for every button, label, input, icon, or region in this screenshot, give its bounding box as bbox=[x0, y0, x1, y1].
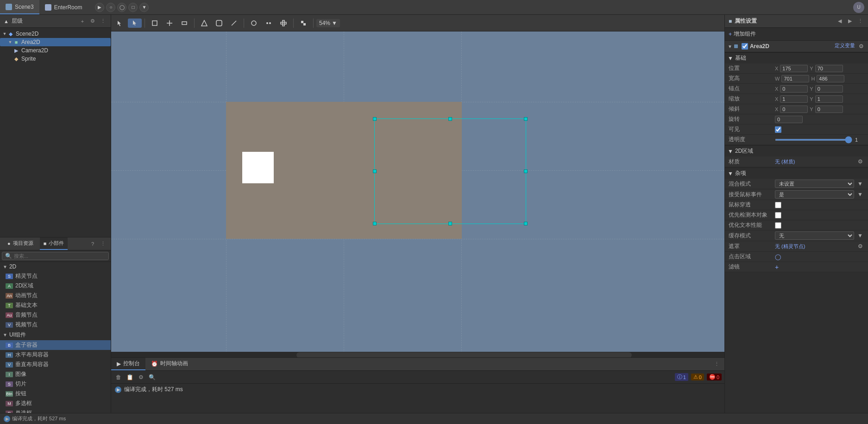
add-component-bar[interactable]: + 增加组件 bbox=[725, 28, 868, 41]
tree-item-sprite[interactable]: ◆ Sprite bbox=[0, 55, 111, 63]
skew-x-input[interactable] bbox=[780, 106, 808, 113]
more-button[interactable]: ⋮ bbox=[99, 17, 107, 25]
mouse-events-select[interactable]: 是 bbox=[775, 190, 854, 199]
toolbar-btn-2[interactable] bbox=[163, 19, 176, 28]
skew-y-input[interactable] bbox=[815, 106, 843, 113]
pos-x-input[interactable] bbox=[780, 65, 808, 72]
size-h-input[interactable] bbox=[817, 75, 844, 82]
console-clear-button[interactable]: 🗑 bbox=[114, 373, 123, 382]
select-tool-button[interactable] bbox=[113, 19, 127, 28]
tree-arrow-scene2d[interactable]: ▼ bbox=[2, 31, 7, 37]
zoom-display[interactable]: 54% ▼ bbox=[316, 19, 340, 27]
scale-y-input[interactable] bbox=[815, 95, 843, 103]
size-w-input[interactable] bbox=[781, 75, 809, 82]
define-var-button[interactable]: 定义变量 bbox=[835, 42, 855, 50]
tab-project-assets[interactable]: ● 项目资源 bbox=[4, 237, 37, 250]
toolbar-btn-4[interactable] bbox=[197, 19, 211, 28]
tab-components[interactable]: ■ 小部件 bbox=[40, 237, 68, 250]
tree-item-camera2d[interactable]: ▶ Camera2D bbox=[0, 46, 111, 55]
area2d-comp-arrow[interactable]: ▼ bbox=[728, 44, 732, 49]
item-area2d-node[interactable]: A 2D区域 bbox=[0, 281, 111, 291]
section-ui-header[interactable]: ▼ UI组件 bbox=[0, 330, 111, 340]
cursor-tool-button[interactable] bbox=[128, 19, 142, 28]
item-slice[interactable]: S 切片 bbox=[0, 379, 111, 389]
item-button[interactable]: Btn 按钮 bbox=[0, 389, 111, 399]
viewport[interactable] bbox=[111, 31, 724, 357]
toolbar-btn-9[interactable] bbox=[277, 19, 290, 28]
handle-mr[interactable] bbox=[524, 169, 528, 173]
toolbar-btn-6[interactable] bbox=[227, 19, 241, 28]
item-sprite-node[interactable]: S 精灵节点 bbox=[0, 271, 111, 281]
item-single-select[interactable]: R 单选框 bbox=[0, 408, 111, 413]
anchor-y-input[interactable] bbox=[815, 85, 843, 93]
scale-x-input[interactable] bbox=[780, 95, 808, 103]
area2d-section-header[interactable]: ▼ 2D区域 bbox=[725, 145, 868, 156]
handle-ml[interactable] bbox=[373, 169, 377, 173]
add-node-button[interactable]: + bbox=[78, 17, 87, 25]
handle-br[interactable] bbox=[524, 222, 528, 225]
toolbar-btn-3[interactable] bbox=[177, 19, 191, 28]
handle-bc[interactable] bbox=[448, 222, 452, 225]
toolbar-btn-10[interactable] bbox=[296, 19, 310, 28]
blend-mode-select[interactable]: 未设置 bbox=[775, 180, 854, 188]
toolbar-btn-5[interactable] bbox=[212, 19, 226, 28]
globe-button[interactable]: ○ bbox=[106, 3, 115, 12]
handle-bl[interactable] bbox=[373, 222, 377, 225]
handle-tl[interactable] bbox=[373, 117, 377, 121]
mask-link-button[interactable]: 无 (精灵节点) bbox=[775, 243, 854, 250]
tab-timeline[interactable]: ⏰ 时间轴动画 bbox=[145, 358, 194, 370]
item-video-node[interactable]: V 视频节点 bbox=[0, 320, 111, 330]
area2d-comp-settings[interactable]: ⚙ bbox=[857, 42, 865, 50]
right-more-button[interactable]: ⋮ bbox=[856, 17, 864, 25]
tab-console[interactable]: ▶ 控制台 bbox=[111, 358, 145, 370]
toolbar-btn-1[interactable] bbox=[148, 19, 162, 28]
basic-section-header[interactable]: ▼ 基础 bbox=[725, 52, 868, 63]
tab-enterroom[interactable]: EnterRoom bbox=[39, 0, 88, 14]
text-perf-checkbox[interactable] bbox=[775, 222, 781, 229]
mouse-through-checkbox[interactable] bbox=[775, 202, 781, 208]
handle-tc[interactable] bbox=[448, 117, 452, 121]
toolbar-btn-7[interactable] bbox=[247, 19, 261, 28]
rotation-input[interactable] bbox=[775, 116, 803, 123]
monitor-button[interactable]: □ bbox=[128, 3, 138, 12]
opacity-slider[interactable] bbox=[775, 139, 852, 141]
right-next-button[interactable]: ▶ bbox=[846, 17, 854, 25]
comp-more-button[interactable]: ⋮ bbox=[99, 240, 107, 248]
item-box-container[interactable]: B 盒子容器 bbox=[0, 340, 111, 350]
mask-edit-button[interactable]: ⚙ bbox=[856, 242, 864, 250]
viewport-scrollbar-h[interactable] bbox=[111, 352, 724, 357]
item-audio-node[interactable]: Au 音频节点 bbox=[0, 310, 111, 320]
area2d-comp-checkbox[interactable] bbox=[742, 43, 748, 50]
console-search-button[interactable]: 🔍 bbox=[147, 373, 157, 382]
handle-tr[interactable] bbox=[524, 117, 528, 121]
console-settings-button[interactable]: ⚙ bbox=[136, 373, 145, 382]
tree-arrow-area2d[interactable]: ▼ bbox=[7, 39, 13, 45]
misc-section-header[interactable]: ▼ 杂项 bbox=[725, 168, 868, 179]
material-edit-button[interactable]: ⚙ bbox=[856, 157, 864, 166]
visible-checkbox[interactable] bbox=[775, 126, 781, 133]
console-copy-button[interactable]: 📋 bbox=[125, 373, 134, 382]
cache-mode-select[interactable]: 无 bbox=[775, 231, 854, 240]
anchor-x-input[interactable] bbox=[780, 85, 808, 93]
section-2d-header[interactable]: ▼ 2D bbox=[0, 262, 111, 271]
scene-settings-button[interactable]: ⚙ bbox=[88, 17, 97, 25]
component-search-input[interactable] bbox=[14, 253, 106, 259]
right-prev-button[interactable]: ◀ bbox=[836, 17, 844, 25]
filter-add-icon[interactable]: + bbox=[775, 263, 779, 271]
dropdown-button[interactable]: ▼ bbox=[139, 3, 149, 12]
item-image[interactable]: I 图像 bbox=[0, 369, 111, 379]
priority-detect-checkbox[interactable] bbox=[775, 212, 781, 218]
toolbar-btn-8[interactable] bbox=[262, 19, 276, 28]
pos-y-input[interactable] bbox=[815, 65, 843, 72]
tab-scene3[interactable]: Scene3 bbox=[0, 0, 39, 14]
mobile-button[interactable]: ◯ bbox=[117, 3, 126, 12]
item-base-text[interactable]: T 基础文本 bbox=[0, 300, 111, 310]
item-vbox-container[interactable]: V 垂直布局容器 bbox=[0, 360, 111, 369]
tree-item-scene2d[interactable]: ▼ ◆ Scene2D bbox=[0, 30, 111, 38]
click-area-icon[interactable]: ◯ bbox=[775, 254, 781, 260]
play-button[interactable]: ▶ bbox=[95, 3, 104, 12]
item-animation-node[interactable]: An 动画节点 bbox=[0, 291, 111, 300]
user-avatar[interactable]: U bbox=[853, 2, 864, 13]
bottom-panel-more[interactable]: ⋮ bbox=[712, 360, 721, 368]
item-hbox-container[interactable]: H 水平布局容器 bbox=[0, 350, 111, 360]
